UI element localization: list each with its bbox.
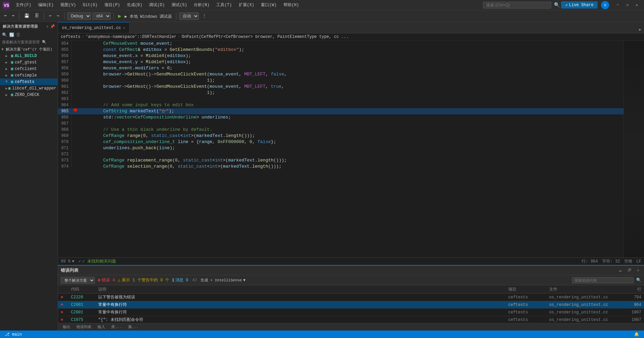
error-badge[interactable]: ⊗ 错误 4 [98,277,115,283]
breadcrumb-method[interactable]: OnPaint(CefRefPtr<CefBrowser> browser, P… [181,34,349,39]
error-search-icon[interactable]: 🔍 [636,278,641,283]
line-info: 行: 964 [582,258,598,264]
bottom-tab-class[interactable]: 错误列表 [74,324,94,330]
bottom-tab-properties[interactable]: 输入 [95,324,108,330]
menu-debug[interactable]: 调试(D) [146,1,167,9]
tab-close-icon[interactable]: ✕ [123,26,125,30]
error-row-0[interactable]: ⊗ C2220 以下警告被视为错误 ceftests os_rendering_… [58,294,644,301]
sidebar-item-ceftests[interactable]: ▼ ▣ ceftests [0,79,58,85]
run-button[interactable]: ▶ ▶ 本地 Windows 调试器 [117,12,173,20]
code-line-965: 965 CefString markedText("か"); [58,108,624,114]
code-container[interactable]: 954 CefMouseEvent mouse_event; 955 const… [58,41,624,257]
error-count-label: 错误 4 [102,277,115,283]
sidebar-item-zero-check[interactable]: ▶ ▣ ZERO_CHECK [0,91,58,98]
breakpoint-indicator [74,108,77,112]
sidebar-refresh-icon[interactable]: 🔄 [9,32,15,38]
panel-controls: 🗕 🗗 ✕ [616,267,641,273]
error-line-0: 794 [624,295,641,300]
expand-icon-cef-gtest: ▶ [5,60,11,65]
zoom-control[interactable]: 99 % ▼ [61,259,74,264]
menu-view[interactable]: 视图(V) [58,1,79,9]
toolbar-save-all[interactable]: 🗄 [33,13,41,19]
filter-icon[interactable]: 🏷 [192,278,196,283]
toolbar-back[interactable]: ⬅ [2,13,9,19]
project-icon-libcef: ▣ [8,86,11,91]
col-header-desc[interactable]: 说明 [98,286,508,292]
live-share-button[interactable]: ↗ Live Share [561,1,598,9]
sidebar-item-all-build[interactable]: ▶ ▣ ALL_BUILD [0,53,58,59]
error-file-0: os_rendering_unittest.cc [549,295,624,300]
sidebar-filter-icon[interactable]: ☰ [16,32,21,38]
bottom-tab-error-list[interactable]: 属... [125,324,141,330]
global-search-input[interactable] [483,2,551,9]
error-search-input[interactable] [572,277,633,283]
menu-file[interactable]: 文件(F) [13,1,34,9]
sidebar-close-icon[interactable]: ✕ [46,24,48,29]
sidebar-item-cefsimple[interactable]: ▶ ▣ cefsimple [0,72,58,79]
restore-button[interactable]: ❐ [623,1,632,9]
info-badge[interactable]: ℹ 消息 0 [172,277,188,283]
editor-scroll-area[interactable]: 954 CefMouseEvent mouse_event; 955 const… [58,41,644,257]
col-header-code[interactable]: 代码 [71,286,98,292]
error-desc-0: 以下警告被视为错误 [98,294,508,300]
sidebar-search-icon[interactable]: 🔍 [1,32,8,38]
zoom-value: 99 % [61,259,71,264]
sidebar-item-cef-gtest[interactable]: ▶ ▣ cef_gtest [0,59,58,66]
close-button[interactable]: ✕ [632,1,641,9]
sidebar-item-cefclient[interactable]: ▶ ▣ cefclient [0,66,58,72]
build-intellisense-filter[interactable]: 生成 + IntelliSense ▼ [201,278,246,283]
bottom-tab-git[interactable]: 类... [108,324,125,330]
toolbar-sep4 [114,13,114,19]
main-layout: 解决方案资源管理器 ✕ 📌 🔍 🔄 ☰ 搜索解决方案资源管理 🔍 ▼ 解决方案'… [0,22,644,330]
tab-os-rendering[interactable]: os_rendering_unittest.cc ✕ [58,22,130,33]
status-notifications[interactable]: 🔔 [632,332,641,337]
error-row-2[interactable]: ⊗ C2001 常量中有换行符 ceftests os_rendering_un… [58,309,644,316]
menu-build[interactable]: 生成(B) [124,1,145,9]
minimize-button[interactable]: ─ [613,1,622,9]
col-header-file[interactable]: 文件 [549,286,624,292]
tab-scroll-right[interactable]: ▶ [636,26,644,33]
solution-expand-icon[interactable]: ▼ [1,47,4,52]
panel-minimize-button[interactable]: 🗕 [616,267,624,273]
toolbar-more[interactable]: ⋮ [200,13,208,19]
toolbar-forward[interactable]: ➡ [10,13,16,19]
sidebar-item-libcef[interactable]: ▶ ▣ libcef_dll_wrapper [0,85,58,91]
sidebar-pin-icon[interactable]: 📌 [50,24,55,29]
debug-config-select[interactable]: Debug [67,12,91,20]
warn-badge[interactable]: ⚠ 展示 1 个警告中的 0 个 [118,277,170,283]
code-line-971: 971 underlines.push_back(line); [58,145,624,151]
auto-select[interactable]: 自动 [179,12,199,20]
col-header-project[interactable]: 项目 [508,286,549,292]
menu-window[interactable]: 窗口(W) [258,1,279,9]
error-file-1: os_rendering_unittest.cc [549,302,624,307]
status-git[interactable]: ⎇ main [3,332,24,337]
menu-edit[interactable]: 编辑(E) [35,1,57,9]
menu-tools[interactable]: 工具(T) [214,1,235,9]
error-circle-icon-1: ⊗ [61,302,63,307]
col-header-line[interactable]: 行 [624,286,641,292]
breadcrumb-file[interactable]: ceftests [61,34,80,39]
menu-extensions[interactable]: 扩展(X) [236,1,257,9]
code-line-955: 955 const CefRect& editbox = GetElementB… [58,47,624,53]
expand-icon-ceftests: ▼ [5,80,11,84]
arch-select[interactable]: x64 [92,12,111,20]
error-row-1[interactable]: ⊗ C2001 常量中有换行符 ceftests os_rendering_un… [58,301,644,309]
menu-analyze[interactable]: 分析(N) [191,1,212,9]
toolbar-save[interactable]: 💾 [22,13,31,19]
panel-maximize-button[interactable]: 🗗 [626,267,633,273]
panel-close-button[interactable]: ✕ [635,267,641,273]
error-row-3[interactable]: ⊗ C1075 "{": 未找到匹配命令符 ceftests os_render… [58,316,644,323]
menu-test[interactable]: 测试(S) [169,1,190,9]
toolbar-undo[interactable]: ↩ [47,13,53,19]
menu-git[interactable]: Git(G) [80,2,100,8]
panel-title: 错误列表 [61,267,78,273]
toolbar-redo[interactable]: ↪ [55,13,61,19]
menu-project[interactable]: 项目(P) [102,1,123,9]
menu-help[interactable]: 帮助(H) [281,1,302,9]
item-label-cefclient: cefclient [15,67,37,71]
bottom-tab-output[interactable]: 输出 [60,324,73,330]
filter-select[interactable]: 整个解决方案 [61,277,95,284]
error-toolbar: 整个解决方案 ⊗ 错误 4 ⚠ 展示 1 个警告中的 0 个 ℹ 消息 0 🏷 [58,275,644,285]
breadcrumb-namespace[interactable]: 'anonymous-namespace'::OSRTestHandler [86,34,176,39]
user-avatar[interactable]: U [601,1,609,9]
